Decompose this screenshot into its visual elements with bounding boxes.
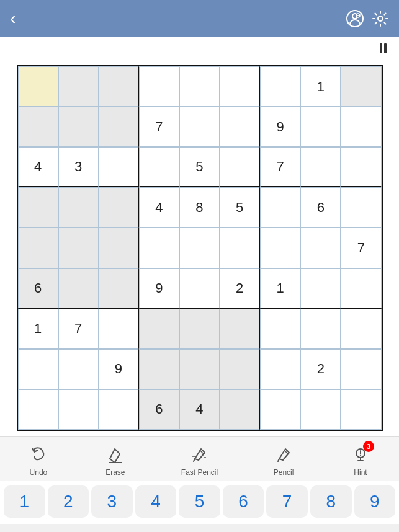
cell-r6-c9[interactable]	[341, 268, 381, 309]
cell-r6-c3[interactable]	[99, 268, 139, 309]
cell-r2-c6[interactable]	[220, 107, 260, 147]
cell-r4-c2[interactable]	[58, 187, 99, 228]
cell-r8-c3[interactable]: 9	[99, 349, 139, 389]
cell-r4-c4[interactable]: 4	[139, 187, 179, 228]
cell-r8-c5[interactable]	[179, 349, 220, 389]
cell-r7-c7[interactable]	[260, 309, 300, 349]
cell-r7-c4[interactable]	[139, 309, 179, 349]
cell-r7-c3[interactable]	[99, 309, 139, 349]
cell-r3-c6[interactable]	[220, 147, 260, 187]
cell-r5-c4[interactable]	[139, 228, 179, 268]
tool-hint[interactable]: 3Hint	[349, 443, 372, 477]
cell-r5-c6[interactable]	[220, 228, 260, 268]
settings-icon[interactable]	[372, 10, 389, 27]
cell-r2-c9[interactable]	[341, 107, 381, 147]
cell-r5-c1[interactable]	[18, 228, 58, 268]
cell-r5-c2[interactable]	[58, 228, 99, 268]
cell-r8-c4[interactable]	[139, 349, 179, 389]
cell-r5-c8[interactable]	[300, 228, 341, 268]
cell-r8-c7[interactable]	[260, 349, 300, 389]
cell-r5-c5[interactable]	[179, 228, 220, 268]
cell-r8-c6[interactable]	[220, 349, 260, 389]
cell-r8-c8[interactable]: 2	[300, 349, 341, 389]
cell-r6-c1[interactable]: 6	[18, 268, 58, 309]
num-btn-9[interactable]: 9	[354, 485, 396, 518]
avatar-icon[interactable]	[346, 9, 364, 28]
cell-r9-c8[interactable]	[300, 389, 341, 430]
cell-r2-c5[interactable]	[179, 107, 220, 147]
cell-r3-c9[interactable]	[341, 147, 381, 187]
cell-r7-c5[interactable]	[179, 309, 220, 349]
cell-r3-c8[interactable]	[300, 147, 341, 187]
cell-r1-c8[interactable]: 1	[300, 66, 341, 107]
cell-r1-c5[interactable]	[179, 66, 220, 107]
cell-r8-c1[interactable]	[18, 349, 58, 389]
tool-pencil[interactable]: Pencil	[272, 443, 295, 477]
cell-r5-c7[interactable]	[260, 228, 300, 268]
num-btn-6[interactable]: 6	[223, 485, 264, 518]
cell-r5-c9[interactable]: 7	[341, 228, 381, 268]
cell-r3-c5[interactable]: 5	[179, 147, 220, 187]
cell-r8-c9[interactable]	[341, 349, 381, 389]
number-pad: 123456789	[0, 481, 399, 524]
cell-r2-c1[interactable]	[18, 107, 58, 147]
cell-r6-c8[interactable]	[300, 268, 341, 309]
cell-r7-c9[interactable]	[341, 309, 381, 349]
cell-r6-c5[interactable]	[179, 268, 220, 309]
num-btn-8[interactable]: 8	[310, 485, 352, 518]
cell-r1-c1[interactable]	[18, 66, 58, 107]
cell-r8-c2[interactable]	[58, 349, 99, 389]
cell-r4-c6[interactable]: 5	[220, 187, 260, 228]
cell-r3-c2[interactable]: 3	[58, 147, 99, 187]
num-btn-1[interactable]: 1	[4, 485, 45, 518]
tool-fast-pencil[interactable]: Fast Pencil	[181, 443, 218, 477]
cell-r6-c6[interactable]: 2	[220, 268, 260, 309]
cell-r2-c2[interactable]	[58, 107, 99, 147]
cell-r6-c4[interactable]: 9	[139, 268, 179, 309]
cell-r7-c8[interactable]	[300, 309, 341, 349]
tool-undo[interactable]: Undo	[27, 443, 50, 477]
cell-r9-c7[interactable]	[260, 389, 300, 430]
num-btn-7[interactable]: 7	[266, 485, 308, 518]
cell-r1-c3[interactable]	[99, 66, 139, 107]
cell-r4-c9[interactable]	[341, 187, 381, 228]
cell-r9-c2[interactable]	[58, 389, 99, 430]
cell-r9-c5[interactable]: 4	[179, 389, 220, 430]
cell-r3-c7[interactable]: 7	[260, 147, 300, 187]
cell-r3-c1[interactable]: 4	[18, 147, 58, 187]
cell-r4-c3[interactable]	[99, 187, 139, 228]
pause-button[interactable]	[380, 43, 387, 53]
cell-r6-c2[interactable]	[58, 268, 99, 309]
cell-r1-c6[interactable]	[220, 66, 260, 107]
cell-r9-c3[interactable]	[99, 389, 139, 430]
num-btn-5[interactable]: 5	[179, 485, 220, 518]
cell-r1-c2[interactable]	[58, 66, 99, 107]
num-btn-2[interactable]: 2	[48, 485, 89, 518]
cell-r9-c1[interactable]	[18, 389, 58, 430]
num-btn-4[interactable]: 4	[135, 485, 177, 518]
cell-r2-c3[interactable]	[99, 107, 139, 147]
cell-r5-c3[interactable]	[99, 228, 139, 268]
cell-r4-c8[interactable]: 6	[300, 187, 341, 228]
cell-r2-c8[interactable]	[300, 107, 341, 147]
cell-r3-c3[interactable]	[99, 147, 139, 187]
back-button[interactable]: ‹	[10, 10, 16, 27]
num-btn-3[interactable]: 3	[91, 485, 133, 518]
cell-r1-c7[interactable]	[260, 66, 300, 107]
cell-r2-c7[interactable]: 9	[260, 107, 300, 147]
cell-r1-c4[interactable]	[139, 66, 179, 107]
cell-r9-c9[interactable]	[341, 389, 381, 430]
tool-erase[interactable]: Erase	[104, 443, 127, 477]
cell-r4-c5[interactable]: 8	[179, 187, 220, 228]
cell-r7-c2[interactable]: 7	[58, 309, 99, 349]
cell-r7-c6[interactable]	[220, 309, 260, 349]
cell-r1-c9[interactable]	[341, 66, 381, 107]
cell-r6-c7[interactable]: 1	[260, 268, 300, 309]
cell-r4-c7[interactable]	[260, 187, 300, 228]
cell-r2-c4[interactable]: 7	[139, 107, 179, 147]
cell-r4-c1[interactable]	[18, 187, 58, 228]
cell-r7-c1[interactable]: 1	[18, 309, 58, 349]
cell-r9-c6[interactable]	[220, 389, 260, 430]
cell-r9-c4[interactable]: 6	[139, 389, 179, 430]
cell-r3-c4[interactable]	[139, 147, 179, 187]
